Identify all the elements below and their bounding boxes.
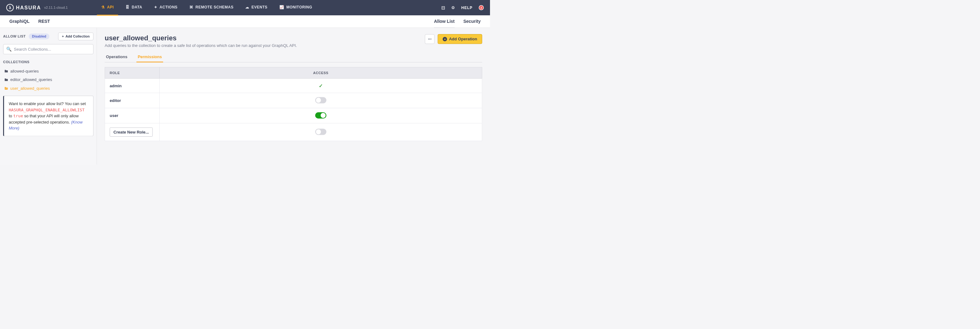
nav-api[interactable]: ⚗ API	[97, 0, 118, 16]
plus-icon: +	[62, 34, 64, 38]
more-button[interactable]: ···	[425, 34, 435, 44]
collection-item[interactable]: editor_allowed_queries	[3, 75, 94, 84]
info-card: Want to enable your allow list? You can …	[3, 96, 94, 136]
logo-area: λ HASURA v2.11.1-cloud.1	[6, 4, 97, 11]
status-badge: Disabled	[29, 34, 49, 39]
toggle-knob	[321, 113, 326, 118]
chart-icon: 📈	[279, 5, 285, 10]
access-toggle-off[interactable]	[315, 97, 326, 104]
table-header-role: ROLE	[105, 67, 160, 78]
logo[interactable]: λ HASURA	[6, 4, 41, 11]
table-header-access: ACCESS	[160, 67, 482, 78]
notification-badge[interactable]: 2	[479, 5, 484, 10]
collection-label: editor_allowed_queries	[10, 77, 52, 82]
info-text: to	[9, 113, 13, 118]
collections-section-title: COLLECTIONS	[3, 60, 94, 64]
content-area: user_allowed_queries Add queries to the …	[97, 28, 490, 164]
plus-circle-icon: +	[443, 37, 447, 41]
search-wrapper[interactable]: 🔍	[3, 44, 94, 54]
toggle-knob	[316, 129, 321, 134]
nav-label: REMOTE SCHEMAS	[196, 5, 234, 10]
create-role-button[interactable]: Create New Role...	[110, 128, 153, 137]
info-text: Want to enable your allow list? You can …	[9, 101, 86, 106]
heroku-icon[interactable]: ⊟	[441, 5, 445, 11]
add-collection-button[interactable]: + Add Collection	[58, 32, 94, 40]
nav-items: ⚗ API 🗄 DATA ✦ ACTIONS ⌘ REMOTE SCHEMAS …	[97, 0, 317, 16]
nav-label: MONITORING	[286, 5, 312, 10]
sidebar: ALLOW LIST Disabled + Add Collection 🔍 C…	[0, 28, 97, 164]
tab-operations[interactable]: Operations	[105, 52, 129, 62]
create-role-cell: Create New Role...	[105, 123, 160, 141]
search-input[interactable]	[14, 47, 91, 52]
nav-label: EVENTS	[251, 5, 267, 10]
access-toggle-on[interactable]	[315, 112, 326, 118]
subnav-graphiql[interactable]: GraphiQL	[10, 19, 30, 24]
info-code: true	[13, 113, 23, 118]
nav-data[interactable]: 🗄 DATA	[121, 0, 146, 16]
role-cell: admin	[105, 78, 160, 93]
sub-navigation: GraphiQL REST Allow List Security	[0, 15, 490, 28]
help-link[interactable]: HELP	[461, 6, 473, 10]
subnav-security[interactable]: Security	[463, 19, 480, 24]
nav-monitoring[interactable]: 📈 MONITORING	[275, 0, 317, 16]
folder-open-icon	[5, 86, 8, 90]
subnav-allow-list[interactable]: Allow List	[434, 19, 455, 29]
nav-actions[interactable]: ✦ ACTIONS	[150, 0, 182, 16]
logo-icon: λ	[6, 4, 14, 11]
cloud-icon: ☁	[245, 5, 250, 10]
nav-events[interactable]: ☁ EVENTS	[241, 0, 272, 16]
access-cell: ✓	[160, 78, 482, 93]
actions-icon: ✦	[154, 5, 158, 10]
gear-icon[interactable]: ⚙	[451, 5, 455, 10]
table-row: user	[105, 108, 482, 123]
collection-item-active[interactable]: user_allowed_queries	[3, 84, 94, 93]
database-icon: 🗄	[126, 5, 130, 10]
nav-label: ACTIONS	[160, 5, 178, 10]
check-icon: ✓	[319, 83, 323, 88]
content-tabs: Operations Permissions	[105, 52, 482, 62]
table-row: admin ✓	[105, 78, 482, 93]
access-cell	[160, 123, 482, 141]
subnav-rest[interactable]: REST	[38, 19, 50, 24]
folder-icon	[5, 78, 8, 81]
top-navigation: λ HASURA v2.11.1-cloud.1 ⚗ API 🗄 DATA ✦ …	[0, 0, 490, 15]
table-row: editor	[105, 93, 482, 108]
access-cell	[160, 93, 482, 108]
role-cell: editor	[105, 93, 160, 108]
nav-label: API	[107, 5, 114, 10]
page-title: user_allowed_queries	[105, 34, 425, 42]
topnav-right: ⊟ ⚙ HELP 2	[441, 5, 484, 11]
info-code: HASURA_GRAPHQL_ENABLE_ALLOWLIST	[9, 108, 85, 112]
sidebar-title: ALLOW LIST	[3, 34, 25, 38]
access-toggle-off[interactable]	[315, 129, 326, 135]
version-label: v2.11.1-cloud.1	[44, 6, 67, 10]
collection-label: user_allowed_queries	[10, 86, 50, 91]
sidebar-header: ALLOW LIST Disabled + Add Collection	[3, 32, 94, 40]
collection-label: allowed-queries	[10, 69, 39, 74]
table-row-create: Create New Role...	[105, 123, 482, 141]
page-description: Add queries to the collection to create …	[105, 43, 425, 48]
role-cell: user	[105, 108, 160, 123]
nav-label: DATA	[132, 5, 143, 10]
tab-permissions[interactable]: Permissions	[137, 52, 163, 62]
add-operation-button[interactable]: + Add Operation	[438, 34, 482, 44]
toggle-knob	[316, 98, 321, 103]
permissions-table: ROLE ACCESS admin ✓ editor	[105, 67, 482, 141]
search-icon: 🔍	[6, 46, 12, 52]
nav-remote-schemas[interactable]: ⌘ REMOTE SCHEMAS	[185, 0, 238, 16]
add-operation-label: Add Operation	[449, 37, 477, 42]
collection-item[interactable]: allowed-queries	[3, 67, 94, 76]
folder-icon	[5, 69, 8, 73]
add-collection-label: Add Collection	[65, 34, 90, 38]
flask-icon: ⚗	[101, 5, 105, 10]
brand-name: HASURA	[16, 5, 41, 11]
plug-icon: ⌘	[189, 5, 193, 10]
access-cell	[160, 108, 482, 123]
